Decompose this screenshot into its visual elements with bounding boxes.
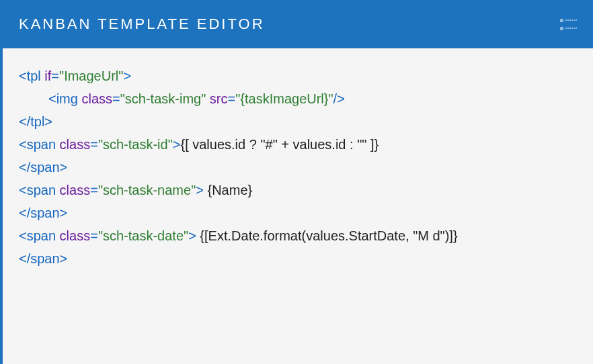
code-token-tag: = [90,137,98,152]
code-token-val: "sch-task-img" [120,91,206,106]
code-token-tag: > [123,69,131,83]
code-editor[interactable]: <tpl if="ImageUrl"><img class="sch-task-… [3,48,593,286]
code-token-val: "{taskImageUrl}" [235,91,333,106]
code-token-text: {[Ext.Date.format(values.StartDate, "M d… [196,228,458,243]
code-token-tag: = [90,183,98,197]
code-token-tag: > [188,228,196,243]
code-line[interactable]: <span class="sch-task-name"> {Name} [19,179,577,201]
code-token-attr: class [60,137,91,152]
code-token-val: "ImageUrl" [59,69,123,83]
code-token-tag: = [112,91,120,106]
code-token-tag: = [51,69,59,83]
code-token-attr: class [81,91,112,106]
code-token-attr: class [60,228,91,243]
code-token-tag: <tpl [19,69,44,83]
code-token-tag: </tpl> [19,114,52,129]
list-icon[interactable] [560,19,577,30]
code-token-tag: = [90,228,98,243]
code-line[interactable]: <tpl if="ImageUrl"> [19,64,577,87]
code-token-attr: src [210,91,228,106]
editor-header: KANBAN TEMPLATE EDITOR [3,0,593,48]
code-token-attr: if [44,69,51,83]
code-token-tag: </span> [19,160,67,175]
code-token-val: "sch-task-id" [98,137,173,152]
code-token-tag: > [196,183,204,197]
code-token-attr: class [60,183,91,197]
code-line[interactable]: </span> [19,247,577,270]
page-title: KANBAN TEMPLATE EDITOR [19,15,265,33]
code-token-val: "sch-task-name" [98,183,196,197]
code-token-tag: <img [48,91,81,106]
code-line[interactable]: <span class="sch-task-id">{[ values.id ?… [19,133,577,156]
code-line[interactable]: </span> [19,201,577,224]
editor-window: KANBAN TEMPLATE EDITOR <tpl if="ImageUrl… [0,0,593,364]
code-token-tag: > [173,137,181,152]
code-token-text: {Name} [204,183,252,197]
code-token-tag: /> [333,91,345,106]
code-token-val: "sch-task-date" [98,228,188,243]
code-line[interactable]: </tpl> [19,110,577,133]
code-line[interactable]: <span class="sch-task-date"> {[Ext.Date.… [19,224,577,247]
code-token-text: {[ values.id ? "#" + values.id : "" ]} [180,137,379,152]
code-line[interactable]: <img class="sch-task-img" src="{taskImag… [19,87,577,110]
code-token-tag: = [228,91,236,106]
code-token-tag: </span> [19,251,67,266]
code-token-tag: <span [19,183,60,197]
code-token-tag: <span [19,137,60,152]
code-token-tag: <span [19,228,60,243]
code-token-tag: </span> [19,206,67,220]
code-line[interactable]: </span> [19,156,577,179]
